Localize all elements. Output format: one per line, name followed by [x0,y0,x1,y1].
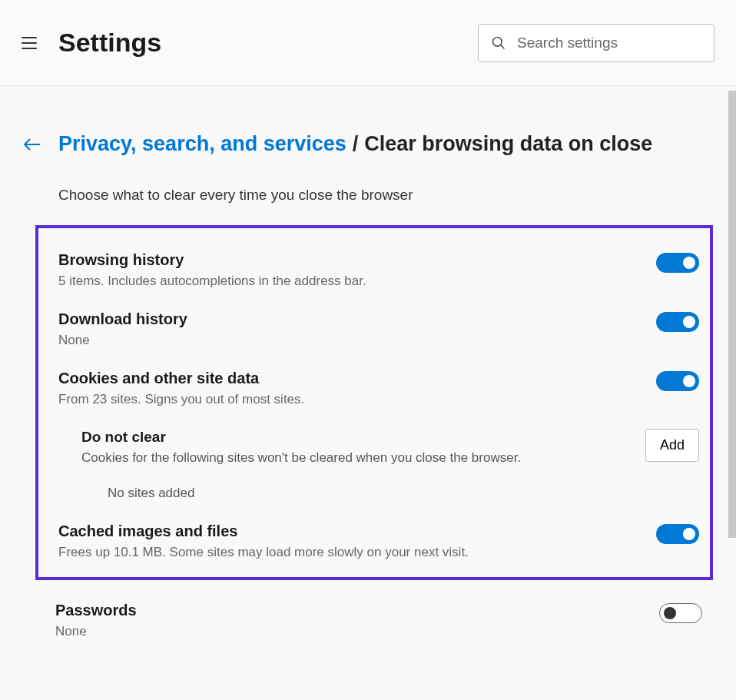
settings-header: Settings [0,0,736,86]
option-title: Cookies and other site data [58,370,647,387]
breadcrumb-current: Clear browsing data on close [364,132,652,156]
option-subtext: From 23 sites. Signs you out of most sit… [58,392,647,407]
do-not-clear-desc: Cookies for the following sites won't be… [81,450,635,466]
option-passwords: Passwords None [46,597,702,656]
toggle-cached-images[interactable] [656,524,699,544]
settings-content: Privacy, search, and services / Clear br… [0,86,736,700]
breadcrumb: Privacy, search, and services / Clear br… [23,132,713,156]
svg-line-1 [501,45,505,48]
toggle-download-history[interactable] [656,312,699,332]
option-title: Browsing history [58,251,647,269]
option-title: Download history [58,310,647,328]
search-input[interactable] [517,35,701,51]
toggle-cookies[interactable] [656,371,699,391]
option-cookies: Cookies and other site data From 23 site… [49,365,699,424]
scrollbar[interactable] [728,91,736,538]
option-download-history: Download history None [49,306,699,365]
option-cached-images: Cached images and files Frees up 10.1 MB… [49,518,699,562]
option-title: Passwords [55,602,650,619]
option-browsing-history: Browsing history 5 items. Includes autoc… [49,247,699,306]
no-sites-text: No sites added [49,472,699,518]
back-arrow-icon[interactable] [23,137,41,152]
toggle-browsing-history[interactable] [656,253,699,273]
do-not-clear-title: Do not clear [81,429,635,446]
option-title: Cached images and files [58,523,647,540]
option-subtext: 5 items. Includes autocompletions in the… [58,274,647,289]
menu-icon[interactable] [22,37,37,49]
search-icon [491,35,506,51]
search-box[interactable] [478,24,714,62]
do-not-clear-section: Do not clear Cookies for the following s… [49,424,699,472]
breadcrumb-separator: / [353,132,359,156]
option-subtext: None [58,333,647,348]
option-subtext: Frees up 10.1 MB. Some sites may load mo… [58,545,647,560]
toggle-passwords[interactable] [659,603,702,623]
add-site-button[interactable]: Add [645,429,699,462]
page-description: Choose what to clear every time you clos… [58,187,713,204]
page-title: Settings [58,28,478,58]
option-subtext: None [55,624,650,639]
svg-point-0 [493,37,502,46]
highlighted-options-box: Browsing history 5 items. Includes autoc… [35,225,713,580]
breadcrumb-parent-link[interactable]: Privacy, search, and services [58,132,346,156]
